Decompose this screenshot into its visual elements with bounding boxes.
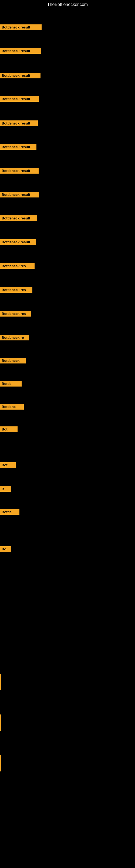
bottleneck-badge-3: Bottleneck result [0, 73, 41, 79]
bottleneck-badge-22: Bo [0, 546, 11, 552]
site-title: TheBottlenecker.com [0, 0, 135, 9]
bottleneck-badge-17: Bottlene [0, 404, 24, 410]
bottleneck-badge-6: Bottleneck result [0, 144, 37, 150]
bottleneck-badge-9: Bottleneck result [0, 215, 37, 221]
bottleneck-badge-10: Bottleneck result [0, 239, 36, 245]
vertical-bar-1 [0, 674, 1, 690]
vertical-bar-2 [0, 714, 1, 731]
bottleneck-badge-12: Bottleneck res [0, 287, 32, 293]
bottleneck-badge-20: B [0, 486, 11, 492]
badges-container: Bottleneck resultBottleneck resultBottle… [0, 9, 135, 868]
bottleneck-badge-13: Bottleneck res [0, 311, 31, 316]
bottleneck-badge-5: Bottleneck result [0, 120, 38, 126]
bottleneck-badge-4: Bottleneck result [0, 96, 39, 102]
vertical-bar-3 [0, 755, 1, 771]
bottleneck-badge-8: Bottleneck result [0, 192, 39, 197]
bottleneck-badge-2: Bottleneck result [0, 48, 41, 54]
bottleneck-badge-19: Bot [0, 462, 16, 468]
bottleneck-badge-11: Bottleneck res [0, 263, 35, 269]
bottleneck-badge-7: Bottleneck result [0, 168, 39, 174]
bottleneck-badge-1: Bottleneck result [0, 24, 42, 30]
bottleneck-badge-15: Bottleneck [0, 358, 26, 364]
bottleneck-badge-18: Bot [0, 426, 17, 432]
bottleneck-badge-16: Bottle [0, 381, 21, 386]
bottleneck-badge-14: Bottleneck re [0, 335, 29, 340]
bottleneck-badge-21: Bottle [0, 509, 19, 515]
